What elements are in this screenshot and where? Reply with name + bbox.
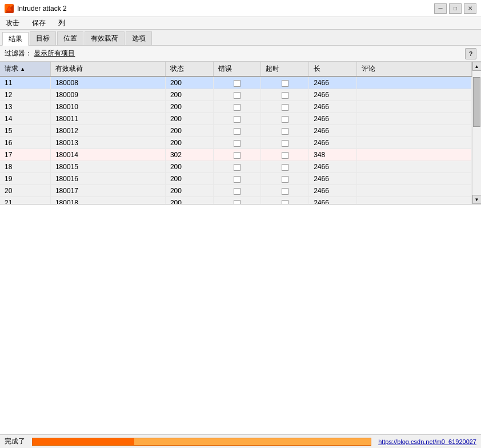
- cell-error[interactable]: [213, 125, 261, 137]
- cell-error[interactable]: [213, 113, 261, 125]
- scroll-track[interactable]: [472, 71, 481, 195]
- cell-error-checkbox[interactable]: [234, 92, 240, 99]
- status-url[interactable]: https://blog.csdn.net/m0_61920027: [374, 438, 481, 445]
- cell-error[interactable]: [213, 137, 261, 149]
- cell-error-checkbox[interactable]: [234, 152, 240, 159]
- col-header-request[interactable]: 请求 ▲: [0, 62, 50, 77]
- cell-timeout[interactable]: [261, 137, 309, 149]
- cell-request: 21: [0, 197, 50, 205]
- cell-timeout-checkbox[interactable]: [282, 164, 288, 171]
- cell-timeout-checkbox[interactable]: [282, 140, 288, 147]
- table-row[interactable]: 111800082002466: [0, 77, 472, 89]
- cell-timeout-checkbox[interactable]: [282, 200, 288, 204]
- cell-comment: [356, 161, 471, 173]
- cell-error[interactable]: [213, 149, 261, 161]
- close-button[interactable]: ✕: [464, 3, 476, 14]
- cell-length: 348: [309, 149, 357, 161]
- table-row[interactable]: 191800162002466: [0, 173, 472, 185]
- cell-error[interactable]: [213, 185, 261, 197]
- cell-timeout[interactable]: [261, 197, 309, 205]
- cell-error-checkbox[interactable]: [234, 176, 240, 183]
- cell-error-checkbox[interactable]: [234, 140, 240, 147]
- cell-timeout[interactable]: [261, 125, 309, 137]
- vertical-scrollbar[interactable]: ▲ ▼: [472, 62, 481, 204]
- col-header-payload[interactable]: 有效载荷: [50, 62, 165, 77]
- table-row[interactable]: 121800092002466: [0, 89, 472, 101]
- tab-results[interactable]: 结果: [2, 32, 29, 46]
- table-row[interactable]: 211800182002466: [0, 197, 472, 205]
- cell-timeout-checkbox[interactable]: [282, 176, 288, 183]
- cell-error-checkbox[interactable]: [234, 200, 240, 204]
- cell-status: 200: [165, 113, 213, 125]
- filter-value[interactable]: 显示所有项目: [34, 49, 75, 57]
- cell-error-checkbox[interactable]: [234, 164, 240, 171]
- cell-timeout[interactable]: [261, 161, 309, 173]
- menu-attack[interactable]: 攻击: [2, 17, 23, 29]
- tab-payload[interactable]: 有效载荷: [85, 31, 125, 45]
- cell-error[interactable]: [213, 101, 261, 113]
- cell-comment: [356, 77, 471, 89]
- cell-error-checkbox[interactable]: [234, 188, 240, 195]
- cell-error[interactable]: [213, 77, 261, 89]
- table-row[interactable]: 181800152002466: [0, 161, 472, 173]
- table-row[interactable]: 131800102002466: [0, 101, 472, 113]
- cell-timeout-checkbox[interactable]: [282, 104, 288, 111]
- cell-error[interactable]: [213, 89, 261, 101]
- scroll-thumb[interactable]: [473, 77, 480, 127]
- cell-timeout[interactable]: [261, 101, 309, 113]
- table-scroll-area: 请求 ▲ 有效载荷 状态 错误 超时 长 评论 1118000820024661…: [0, 62, 472, 204]
- col-header-length[interactable]: 长: [309, 62, 357, 77]
- cell-error[interactable]: [213, 197, 261, 205]
- cell-request: 20: [0, 185, 50, 197]
- menu-columns[interactable]: 列: [55, 17, 69, 29]
- cell-error[interactable]: [213, 173, 261, 185]
- cell-timeout[interactable]: [261, 173, 309, 185]
- cell-comment: [356, 101, 471, 113]
- cell-payload: 180015: [50, 161, 165, 173]
- cell-length: 2466: [309, 125, 357, 137]
- cell-timeout[interactable]: [261, 89, 309, 101]
- tab-position[interactable]: 位置: [57, 31, 83, 45]
- cell-length: 2466: [309, 197, 357, 205]
- table-row[interactable]: 161800132002466: [0, 137, 472, 149]
- table-row[interactable]: 201800172002466: [0, 185, 472, 197]
- minimize-button[interactable]: ─: [434, 3, 447, 14]
- col-header-timeout[interactable]: 超时: [261, 62, 309, 77]
- cell-timeout-checkbox[interactable]: [282, 152, 288, 159]
- menu-save[interactable]: 保存: [29, 17, 49, 29]
- help-button[interactable]: ?: [465, 48, 476, 59]
- col-header-comment[interactable]: 评论: [356, 62, 471, 77]
- cell-timeout[interactable]: [261, 149, 309, 161]
- col-header-status[interactable]: 状态: [165, 62, 213, 77]
- cell-timeout[interactable]: [261, 113, 309, 125]
- scroll-up-arrow[interactable]: ▲: [472, 62, 482, 71]
- status-bar: 完成了 https://blog.csdn.net/m0_61920027: [0, 434, 481, 448]
- cell-error[interactable]: [213, 161, 261, 173]
- cell-payload: 180014: [50, 149, 165, 161]
- cell-status: 200: [165, 185, 213, 197]
- cell-timeout[interactable]: [261, 77, 309, 89]
- filter-bar: 过滤器： 显示所有项目 ?: [0, 46, 481, 62]
- col-header-error[interactable]: 错误: [213, 62, 261, 77]
- scroll-down-arrow[interactable]: ▼: [472, 195, 482, 204]
- cell-error-checkbox[interactable]: [234, 104, 240, 111]
- cell-request: 18: [0, 161, 50, 173]
- maximize-button[interactable]: □: [449, 3, 462, 14]
- tab-options[interactable]: 选项: [126, 31, 152, 45]
- cell-timeout[interactable]: [261, 185, 309, 197]
- cell-error-checkbox[interactable]: [234, 128, 240, 135]
- cell-status: 302: [165, 149, 213, 161]
- cell-timeout-checkbox[interactable]: [282, 92, 288, 99]
- cell-timeout-checkbox[interactable]: [282, 80, 288, 87]
- cell-error-checkbox[interactable]: [234, 116, 240, 123]
- tab-target[interactable]: 目标: [30, 31, 56, 45]
- cell-error-checkbox[interactable]: [234, 80, 240, 87]
- cell-length: 2466: [309, 185, 357, 197]
- table-body: 1118000820024661218000920024661318001020…: [0, 77, 472, 204]
- cell-timeout-checkbox[interactable]: [282, 116, 288, 123]
- table-row[interactable]: 17180014302348: [0, 149, 472, 161]
- table-row[interactable]: 151800122002466: [0, 125, 472, 137]
- cell-timeout-checkbox[interactable]: [282, 188, 288, 195]
- table-row[interactable]: 141800112002466: [0, 113, 472, 125]
- cell-timeout-checkbox[interactable]: [282, 128, 288, 135]
